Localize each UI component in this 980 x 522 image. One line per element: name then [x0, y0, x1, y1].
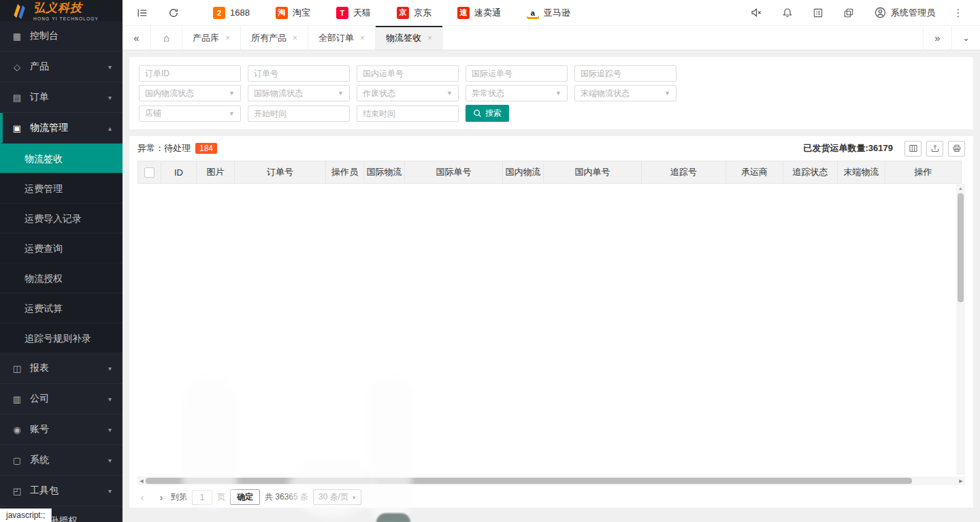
topbar-right-icons: [741, 0, 864, 26]
sidebar-item-toolbox[interactable]: ◰工具包▾: [0, 476, 122, 506]
sidebar-item-label: 系统: [30, 454, 49, 466]
print-icon[interactable]: [948, 141, 965, 157]
goto-page-input[interactable]: [192, 490, 212, 505]
tabs-scroll-left-icon[interactable]: «: [122, 26, 151, 50]
sidebar-subitem-freight-query[interactable]: 运费查询: [0, 233, 122, 263]
sidebar-item-product[interactable]: ◇产品▾: [0, 52, 122, 82]
scroll-right-icon[interactable]: ▶: [957, 478, 965, 484]
platform-tmall-icon: T: [336, 7, 348, 19]
mute-icon[interactable]: [741, 0, 772, 26]
sidebar-item-account[interactable]: ◉账号▾: [0, 414, 122, 445]
close-icon[interactable]: ×: [427, 33, 432, 43]
platform-label: 京东: [414, 7, 431, 19]
avatar-icon: [875, 7, 886, 18]
column-header: 国际单号: [405, 161, 503, 184]
domestic-waybill-input[interactable]: [357, 65, 459, 82]
order-id-input[interactable]: [139, 65, 241, 82]
main-area: 21688淘淘宝T天猫京京东速速卖通a亚马逊 系统管理员 ⋮ « ⌂ 产品库×所…: [122, 0, 980, 522]
prev-page-icon[interactable]: ‹: [137, 492, 147, 503]
vertical-scrollbar[interactable]: ▲: [956, 184, 965, 475]
skin-icon[interactable]: [833, 0, 864, 26]
platform-tmall[interactable]: T天猫: [323, 0, 384, 26]
close-icon[interactable]: ×: [360, 33, 365, 43]
intl-waybill-input[interactable]: [466, 65, 568, 82]
apps-icon[interactable]: [802, 0, 833, 26]
bell-icon[interactable]: [772, 0, 802, 26]
sidebar-subitem-tracking-rule[interactable]: 追踪号规则补录: [0, 323, 122, 353]
app-root: 弘义科技 HONG YI TECHNOLOGY ▦控制台◇产品▾▤订单▾▣物流管…: [0, 0, 980, 522]
sidebar-item-system[interactable]: ▢系统▾: [0, 445, 122, 476]
sidebar-item-logistics[interactable]: ▣物流管理▴: [0, 113, 122, 144]
lastmile-status-select[interactable]: 末端物流状态▼: [574, 85, 676, 101]
close-icon[interactable]: ×: [225, 33, 230, 43]
search-button[interactable]: 搜索: [466, 105, 509, 122]
user-menu[interactable]: 系统管理员: [864, 7, 946, 19]
column-header: 国内物流: [503, 161, 544, 184]
column-header: 国内单号: [544, 161, 642, 184]
pending-label: 待处理: [164, 142, 191, 154]
order-no-input[interactable]: [248, 65, 350, 82]
per-page-select[interactable]: 30 条/页 ▾: [313, 489, 361, 505]
domestic-status-select[interactable]: 国内物流状态▼: [139, 85, 241, 101]
sidebar-subitem-freight-import[interactable]: 运费导入记录: [0, 203, 122, 233]
platform-jd[interactable]: 京京东: [384, 0, 444, 26]
confirm-page-button[interactable]: 确定: [230, 489, 260, 505]
scroll-left-icon[interactable]: ◀: [137, 478, 146, 484]
horizontal-scrollbar[interactable]: ◀ ▶: [137, 476, 965, 485]
platform-label: 亚马逊: [544, 7, 570, 19]
sidebar-subitem-logistics-auth[interactable]: 物流授权: [0, 263, 122, 293]
tabs-scroll-right-icon[interactable]: »: [923, 26, 951, 50]
columns-icon[interactable]: [904, 141, 921, 157]
chevron-down-icon: ▾: [108, 426, 112, 434]
select-placeholder: 异常状态: [472, 88, 504, 99]
end-time-input[interactable]: [357, 105, 459, 122]
sidebar-item-company[interactable]: ▥公司▾: [0, 384, 122, 414]
platform-amazon[interactable]: a亚马逊: [514, 0, 583, 26]
menu-fold-icon[interactable]: [131, 0, 154, 26]
tab-all-orders[interactable]: 全部订单×: [308, 26, 376, 50]
menu-dashboard-icon: ▦: [12, 31, 22, 42]
tabs-dropdown-icon[interactable]: ⌄: [951, 26, 980, 50]
chevron-down-icon: ▾: [108, 365, 112, 372]
pending-count-badge[interactable]: 184: [195, 143, 217, 154]
start-time-input[interactable]: [248, 105, 350, 122]
close-icon[interactable]: ×: [293, 33, 297, 43]
sidebar-item-order[interactable]: ▤订单▾: [0, 82, 122, 113]
sidebar-subitem-sign[interactable]: 物流签收: [0, 144, 122, 174]
void-status-select[interactable]: 作废状态▼: [357, 85, 459, 101]
tab-product-lib[interactable]: 产品库×: [182, 26, 241, 50]
export-icon[interactable]: [926, 141, 943, 157]
more-options-icon[interactable]: ⋮: [946, 7, 970, 19]
chevron-down-icon: ▾: [108, 94, 112, 101]
tab-logistics-sign[interactable]: 物流签收×: [376, 26, 443, 50]
tab-label: 全部订单: [318, 32, 354, 44]
column-header: 图片: [197, 161, 235, 184]
chevron-down-icon: ▼: [555, 90, 561, 97]
topbar-right: 系统管理员 ⋮: [741, 0, 970, 26]
sidebar-item-dashboard[interactable]: ▦控制台: [0, 21, 122, 52]
refresh-icon[interactable]: [162, 0, 185, 26]
platform-taobao[interactable]: 淘淘宝: [263, 0, 323, 26]
horizontal-scroll-thumb[interactable]: [146, 478, 912, 484]
sidebar-subitem-freight-trial[interactable]: 运费试算: [0, 293, 122, 323]
intl-status-select[interactable]: 国际物流状态▼: [248, 85, 350, 101]
next-page-icon[interactable]: ›: [157, 492, 166, 503]
sidebar-item-label: 物流管理: [30, 122, 68, 134]
sidebar-item-report[interactable]: ◫报表▾: [0, 353, 122, 384]
home-tab-icon[interactable]: ⌂: [151, 26, 182, 50]
platform-aliexpress[interactable]: 速速卖通: [444, 0, 514, 26]
sidebar-item-label: 控制台: [30, 30, 59, 42]
sidebar-subitem-freight[interactable]: 运费管理: [0, 174, 122, 203]
scroll-up-icon[interactable]: ▲: [956, 184, 965, 192]
platform-amazon-icon: a: [527, 7, 539, 19]
abnormal-status-select[interactable]: 异常状态▼: [466, 85, 568, 101]
tab-all-products[interactable]: 所有产品×: [241, 26, 308, 50]
chevron-down-icon: ▾: [108, 457, 112, 464]
vertical-scroll-thumb[interactable]: [958, 193, 964, 302]
column-header: 订单号: [235, 161, 326, 184]
platform-1688[interactable]: 21688: [200, 0, 263, 26]
shop-select[interactable]: 店铺▼: [139, 105, 241, 122]
intl-tracking-input[interactable]: [574, 65, 676, 82]
browser-status-tooltip: javascript:;: [0, 508, 52, 522]
select-all-checkbox[interactable]: [144, 167, 154, 178]
